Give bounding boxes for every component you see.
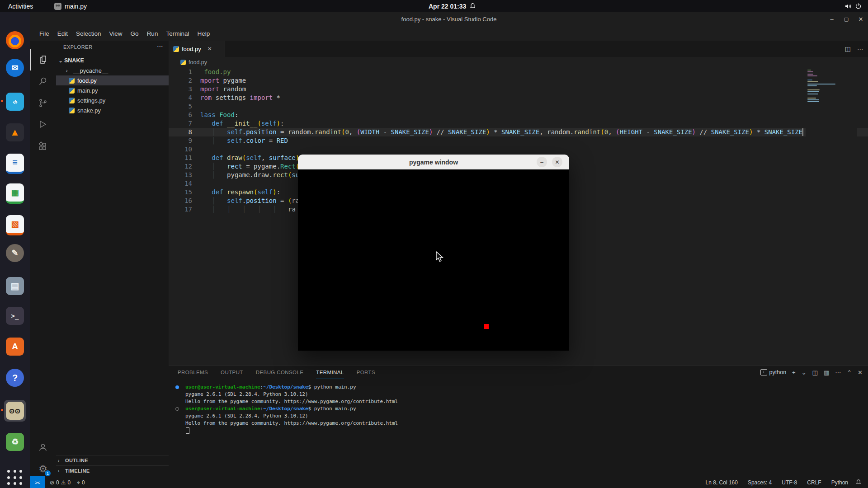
panel-tab-problems[interactable]: PROBLEMS xyxy=(178,366,208,379)
minimap-line xyxy=(807,101,819,102)
menu-terminal[interactable]: Terminal xyxy=(162,28,193,39)
explorer-more-actions-icon[interactable]: ⋯ xyxy=(157,42,163,50)
minimap-line xyxy=(807,74,813,75)
status-cursor-position[interactable]: Ln 8, Col 160 xyxy=(706,479,738,486)
breadcrumb[interactable]: food.py xyxy=(169,57,868,68)
status-language-mode[interactable]: Python xyxy=(831,479,848,486)
dock-item-vscode[interactable]: ‹/› xyxy=(4,91,26,113)
file-settings.py[interactable]: settings.py xyxy=(56,95,169,105)
maximize-button[interactable]: ▢ xyxy=(839,12,854,26)
source-control-icon[interactable] xyxy=(30,92,56,114)
menu-selection[interactable]: Selection xyxy=(72,28,105,39)
ports-indicator[interactable]: ⌖ 0 xyxy=(77,479,85,486)
dock-item-impress[interactable]: ▧ xyxy=(4,214,26,236)
panel-tab-ports[interactable]: PORTS xyxy=(357,366,375,379)
kill-terminal-icon[interactable]: ▥ xyxy=(824,369,829,376)
line-number: 5 xyxy=(169,102,192,111)
minimize-button[interactable]: – xyxy=(825,12,839,26)
chevron-right-icon: › xyxy=(58,458,65,463)
command-decoration-hollow[interactable] xyxy=(175,407,179,411)
tab-food-py[interactable]: food.py ✕ xyxy=(169,41,225,57)
mouse-cursor xyxy=(434,251,444,263)
panel-tab-debug-console[interactable]: DEBUG CONSOLE xyxy=(256,366,304,379)
problems-indicator[interactable]: ⊘ 0 ⚠ 0 xyxy=(50,479,71,486)
panel-tab-output[interactable]: OUTPUT xyxy=(221,366,243,379)
activities-button[interactable]: Activities xyxy=(8,0,33,12)
pygame-minimize-button[interactable]: – xyxy=(537,157,547,167)
explorer-header: EXPLORER xyxy=(63,44,93,50)
dock-item-help[interactable]: ? xyxy=(4,367,26,389)
warnings-icon: ⚠ xyxy=(61,479,66,486)
pygame-close-button[interactable]: ✕ xyxy=(552,157,562,167)
terminal-instance-label[interactable]: › python xyxy=(760,369,787,375)
dock-item-vlc[interactable]: ▲ xyxy=(4,122,26,143)
line-text: │ rect = pygame.Rect(se xyxy=(200,162,307,171)
dock-item-trash-green[interactable]: ♻ xyxy=(4,431,26,453)
menu-help[interactable]: Help xyxy=(193,28,214,39)
file-label: food.py xyxy=(77,77,97,84)
notification-bell-icon xyxy=(469,3,476,9)
tab-close-icon[interactable]: ✕ xyxy=(208,46,212,52)
remote-indicator[interactable]: >< xyxy=(30,476,45,488)
menu-run[interactable]: Run xyxy=(143,28,162,39)
dock-item-firefox[interactable] xyxy=(4,29,26,51)
dock-item-writer[interactable]: ≡ xyxy=(4,153,26,174)
accounts-icon[interactable] xyxy=(30,436,56,458)
terminal-dropdown-icon[interactable]: ⌄ xyxy=(802,369,807,376)
project-root-snake[interactable]: ⌄ SNAKE xyxy=(56,56,169,66)
close-button[interactable]: ✕ xyxy=(854,12,868,26)
dock-item-software[interactable]: A xyxy=(4,336,26,357)
dock-item-pygame[interactable]: ʘʘ xyxy=(4,400,26,422)
terminal-output-line: Hello from the pygame community. https:/… xyxy=(185,398,398,405)
file-main.py[interactable]: main.py xyxy=(56,85,169,95)
minimap[interactable] xyxy=(806,68,857,365)
line-number: 15 xyxy=(169,188,192,197)
explorer-icon[interactable] xyxy=(30,49,56,70)
pygame-canvas[interactable] xyxy=(298,169,569,351)
section-timeline[interactable]: ›TIMELINE xyxy=(56,465,169,476)
ubuntu-dock: ✉‹/›▲≡▦▧✎▤>_A?ʘʘ♻ xyxy=(0,12,30,488)
system-status-area[interactable] xyxy=(844,0,862,12)
panel-more-icon[interactable]: ⋯ xyxy=(835,369,841,376)
vscode-title-bar[interactable]: food.py - snake - Visual Studio Code – ▢… xyxy=(30,12,868,26)
maximize-panel-icon[interactable]: ⌃ xyxy=(847,369,852,376)
line-number: 13 xyxy=(169,171,192,179)
menu-view[interactable]: View xyxy=(105,28,127,39)
code-line-7: 7 def __init__(self): xyxy=(169,119,868,128)
status-indentation[interactable]: Spaces: 4 xyxy=(748,479,772,486)
section-outline[interactable]: ›OUTLINE xyxy=(56,455,169,465)
dock-item-files[interactable]: ▤ xyxy=(4,275,26,297)
dock-item-thunderbird[interactable]: ✉ xyxy=(4,57,26,79)
menu-file[interactable]: File xyxy=(35,28,53,39)
terminal-output[interactable]: user@user-virtual-machine:~/Desktop/snak… xyxy=(169,381,868,476)
status-eol[interactable]: CRLF xyxy=(807,479,821,486)
running-indicator xyxy=(1,409,3,411)
focused-app-indicator[interactable]: main.py xyxy=(54,0,87,12)
search-icon[interactable] xyxy=(30,70,56,92)
line-number: 7 xyxy=(169,119,192,128)
notifications-bell-icon[interactable] xyxy=(855,479,862,485)
file-__pycache__[interactable]: ›__pycache__ xyxy=(56,66,169,75)
split-terminal-icon[interactable]: ◫ xyxy=(812,369,818,376)
pygame-window[interactable]: pygame window – ✕ xyxy=(298,155,569,351)
dock-item-gimp[interactable]: ✎ xyxy=(4,242,26,264)
menu-go[interactable]: Go xyxy=(127,28,143,39)
panel-tab-terminal[interactable]: TERMINAL xyxy=(316,366,344,379)
clock-menu[interactable]: Apr 22 01:33 xyxy=(429,0,476,12)
show-applications-button[interactable] xyxy=(7,469,24,487)
file-food.py[interactable]: food.py xyxy=(56,75,169,85)
run-debug-icon[interactable] xyxy=(30,114,56,136)
editor-more-actions-icon[interactable]: ⋯ xyxy=(857,45,863,52)
status-encoding[interactable]: UTF-8 xyxy=(782,479,797,486)
file-snake.py[interactable]: snake.py xyxy=(56,105,169,115)
close-panel-icon[interactable]: ✕ xyxy=(858,369,863,376)
extensions-icon[interactable] xyxy=(30,136,56,157)
command-decoration-filled[interactable] xyxy=(175,385,179,389)
new-terminal-icon[interactable]: + xyxy=(792,369,796,376)
split-editor-icon[interactable]: ◫ xyxy=(845,45,851,52)
menu-edit[interactable]: Edit xyxy=(53,28,72,39)
pygame-icon: ʘʘ xyxy=(6,402,24,420)
dock-item-calc[interactable]: ▦ xyxy=(4,183,26,204)
pygame-title-bar[interactable]: pygame window xyxy=(298,155,569,170)
dock-item-terminal[interactable]: >_ xyxy=(4,305,26,327)
